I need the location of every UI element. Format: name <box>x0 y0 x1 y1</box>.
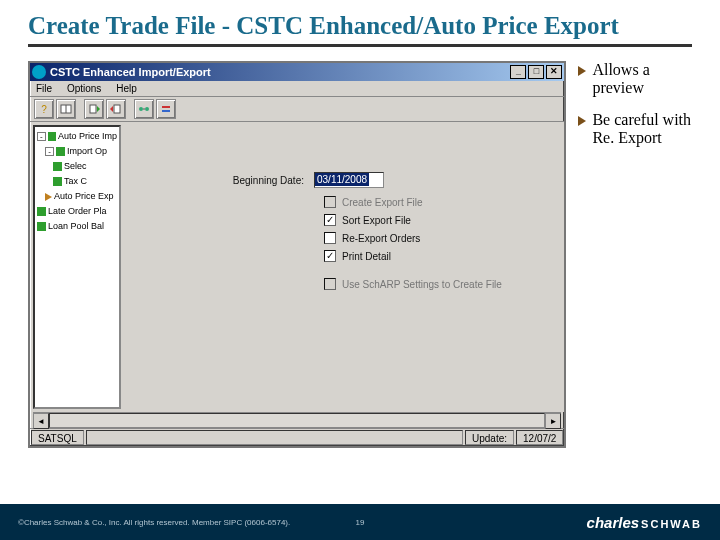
schwab-logo: charlesSCHWAB <box>587 514 702 531</box>
checkbox <box>324 196 336 208</box>
checkbox-label: Create Export File <box>342 197 423 208</box>
tree-item[interactable]: Tax C <box>37 174 117 189</box>
checkbox-label: Sort Export File <box>342 215 411 226</box>
checkbox-row: Print Detail <box>324 250 554 262</box>
minimize-button[interactable]: _ <box>510 65 526 79</box>
checkbox-label: Print Detail <box>342 251 391 262</box>
scroll-track[interactable] <box>49 413 545 428</box>
bullet-text: Allows a preview <box>592 61 692 97</box>
status-spacer <box>86 430 463 445</box>
checkbox[interactable] <box>324 232 336 244</box>
tree-item[interactable]: Auto Price Exp <box>37 189 117 204</box>
checkbox-row: Sort Export File <box>324 214 554 226</box>
checkbox-row: Re-Export Orders <box>324 232 554 244</box>
status-db: SATSQL <box>31 430 84 445</box>
tree-item[interactable]: Loan Pool Bal <box>37 219 117 234</box>
slide-bullets: Allows a preview Be careful with Re. Exp… <box>578 61 692 448</box>
close-button[interactable]: ✕ <box>546 65 562 79</box>
app-icon <box>32 65 46 79</box>
menu-bar: File Options Help <box>30 81 564 97</box>
tree-label: Late Order Pla <box>48 204 107 219</box>
menu-file[interactable]: File <box>36 83 52 94</box>
arrow-icon <box>45 193 52 201</box>
title-rule <box>28 44 692 47</box>
tree-label: Loan Pool Bal <box>48 219 104 234</box>
tree-item[interactable]: -Import Op <box>37 144 117 159</box>
node-icon <box>37 222 46 231</box>
tree-item[interactable]: -Auto Price Imp <box>37 129 117 144</box>
checkbox-label: Re-Export Orders <box>342 233 420 244</box>
tree-item[interactable]: Late Order Pla <box>37 204 117 219</box>
beginning-date-input[interactable]: 03/11/2008 <box>314 172 384 188</box>
page-number: 19 <box>356 518 365 527</box>
bullet-icon <box>578 66 586 76</box>
settings-icon[interactable] <box>156 99 176 119</box>
nav-tree[interactable]: -Auto Price Imp-Import OpSelecTax CAuto … <box>33 125 121 409</box>
checkbox-row: Create Export File <box>324 196 554 208</box>
svg-rect-2 <box>90 105 96 113</box>
checkbox[interactable] <box>324 214 336 226</box>
svg-rect-8 <box>162 110 170 112</box>
import-icon[interactable] <box>84 99 104 119</box>
beginning-date-label: Beginning Date: <box>154 175 314 186</box>
scroll-right-icon[interactable]: ► <box>545 413 561 429</box>
window-title: CSTC Enhanced Import/Export <box>50 66 211 78</box>
copyright: ©Charles Schwab & Co., Inc. All rights r… <box>18 518 290 527</box>
status-bar: SATSQL Update: 12/07/2 <box>30 428 564 446</box>
help-icon[interactable]: ? <box>34 99 54 119</box>
tree-item[interactable]: Selec <box>37 159 117 174</box>
book-icon[interactable] <box>56 99 76 119</box>
title-bar[interactable]: CSTC Enhanced Import/Export _ □ ✕ <box>30 63 564 81</box>
slide-footer: ©Charles Schwab & Co., Inc. All rights r… <box>0 504 720 540</box>
slide-title: Create Trade File - CSTC Enhanced/Auto P… <box>0 0 720 40</box>
svg-rect-7 <box>162 106 170 108</box>
scroll-left-icon[interactable]: ◄ <box>33 413 49 429</box>
svg-point-4 <box>139 107 143 111</box>
bullet-text: Be careful with Re. Export <box>592 111 692 147</box>
node-icon <box>53 162 62 171</box>
network-icon[interactable] <box>134 99 154 119</box>
checkbox <box>324 278 336 290</box>
node-icon <box>37 207 46 216</box>
checkbox-row: Use SchARP Settings to Create File <box>324 278 554 290</box>
menu-help[interactable]: Help <box>116 83 137 94</box>
svg-point-5 <box>145 107 149 111</box>
svg-rect-3 <box>114 105 120 113</box>
checkbox-label: Use SchARP Settings to Create File <box>342 279 502 290</box>
tree-label: Selec <box>64 159 87 174</box>
menu-options[interactable]: Options <box>67 83 101 94</box>
tree-scrollbar[interactable]: ◄ ► <box>33 412 561 428</box>
export-icon[interactable] <box>106 99 126 119</box>
toolbar: ? <box>30 97 564 122</box>
form-panel: Beginning Date: 03/11/2008 Create Export… <box>124 122 564 412</box>
checkbox[interactable] <box>324 250 336 262</box>
status-update-label: Update: <box>465 430 514 445</box>
app-window: CSTC Enhanced Import/Export _ □ ✕ File O… <box>28 61 566 448</box>
bullet-icon <box>578 116 586 126</box>
expand-icon[interactable]: - <box>45 147 54 156</box>
node-icon <box>48 132 56 141</box>
expand-icon[interactable]: - <box>37 132 46 141</box>
tree-label: Import Op <box>67 144 107 159</box>
tree-label: Tax C <box>64 174 87 189</box>
status-update-value: 12/07/2 <box>516 430 563 445</box>
tree-label: Auto Price Imp <box>58 129 117 144</box>
maximize-button[interactable]: □ <box>528 65 544 79</box>
node-icon <box>53 177 62 186</box>
tree-label: Auto Price Exp <box>54 189 114 204</box>
node-icon <box>56 147 65 156</box>
